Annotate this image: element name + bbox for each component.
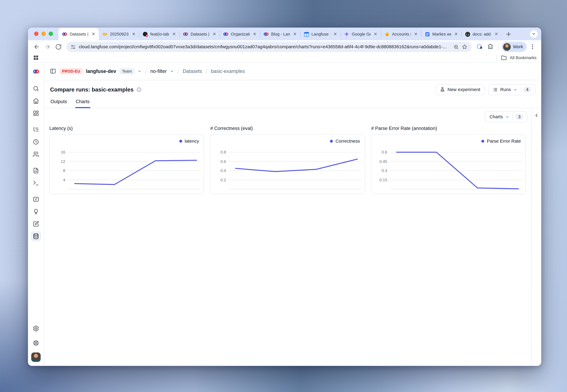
forward-button[interactable] xyxy=(43,42,53,52)
close-tab-icon[interactable]: ✕ xyxy=(373,31,378,37)
legend-label: Parse Error Rate xyxy=(487,139,521,144)
chart-title: Latency (s) xyxy=(49,126,204,131)
sidebar-item-tracing[interactable] xyxy=(31,125,41,135)
github-favicon xyxy=(465,31,470,37)
url-text[interactable]: cloud.langfuse.com/project/cmfwgv8fx002o… xyxy=(79,44,451,49)
project-name[interactable]: no-filter xyxy=(150,68,167,74)
tab-outputs[interactable]: Outputs xyxy=(51,96,67,108)
address-bar[interactable]: cloud.langfuse.com/project/cmfwgv8fx002o… xyxy=(66,42,471,52)
app-main: PROD-EU langfuse-dev Team / no-filter / … xyxy=(44,62,541,366)
button-divider xyxy=(520,87,521,93)
sidebar-item-annotation-queues[interactable] xyxy=(31,219,41,229)
chart-card[interactable]: 0.150.30.450.6Parse Error Rate xyxy=(371,134,526,194)
sidebar-item-datasets[interactable] xyxy=(31,231,41,241)
browser-tab[interactable]: Datasets | L✕ xyxy=(179,28,220,40)
browser-tab[interactable]: Accounts |✕ xyxy=(381,28,421,40)
bookmark-star-icon[interactable] xyxy=(462,44,468,50)
zoom-page-icon[interactable] xyxy=(454,44,459,50)
notes-favicon xyxy=(424,31,430,37)
close-tab-icon[interactable]: ✕ xyxy=(212,31,217,37)
minimize-window-button[interactable] xyxy=(42,32,46,36)
browser-tab[interactable]: 6Langfuse -✕ xyxy=(300,28,340,40)
browser-tab[interactable]: Google Gen✕ xyxy=(340,28,381,40)
browser-tab[interactable]: Blog - Lang✕ xyxy=(260,28,300,40)
langfuse-logo[interactable] xyxy=(28,62,44,80)
svg-text:0.15: 0.15 xyxy=(379,178,387,182)
new-experiment-button[interactable]: New experiment xyxy=(436,84,485,95)
legend-dot xyxy=(330,140,333,143)
browser-menu-button[interactable] xyxy=(527,42,538,52)
chevron-left-icon[interactable] xyxy=(534,113,539,366)
plan-badge: Team xyxy=(119,68,134,74)
list-icon xyxy=(493,87,498,92)
collapse-panel-rail xyxy=(531,108,541,366)
org-chevron-down-icon[interactable] xyxy=(138,69,142,73)
chart-card[interactable]: 481216latency xyxy=(49,134,204,194)
close-tab-icon[interactable]: ✕ xyxy=(131,31,136,37)
tab-search-chevron-icon[interactable] xyxy=(530,30,538,38)
legend-label: Correctness xyxy=(336,139,360,144)
sidebar-item-prompts[interactable] xyxy=(31,166,41,176)
profile-avatar xyxy=(503,43,511,51)
svg-text:0.8: 0.8 xyxy=(221,150,226,154)
sidebar-item-home[interactable] xyxy=(31,96,41,106)
chart-block: # Parse Error Rate (annotation)0.150.30.… xyxy=(371,126,526,194)
tab-charts[interactable]: Charts xyxy=(76,96,90,108)
window-controls xyxy=(34,32,53,36)
support-lifebuoy-icon[interactable] xyxy=(31,338,41,348)
sidebar-item-dashboards[interactable] xyxy=(31,108,41,118)
legend-label: latency xyxy=(185,139,199,144)
sidebar-item-sessions[interactable] xyxy=(31,137,41,147)
close-tab-icon[interactable]: ✕ xyxy=(292,31,298,37)
back-button[interactable] xyxy=(32,42,42,52)
site-settings-icon[interactable] xyxy=(70,44,76,50)
close-tab-icon[interactable]: ✕ xyxy=(252,31,257,37)
breadcrumb-dataset-name[interactable]: basic-examples xyxy=(211,68,245,74)
breadcrumb-datasets-link[interactable]: Datasets xyxy=(183,68,202,74)
apps-grid-icon[interactable] xyxy=(33,55,39,61)
svg-text:4: 4 xyxy=(63,178,65,182)
sidebar-item-search[interactable] xyxy=(31,84,41,94)
browser-tab[interactable]: docs: add✕ xyxy=(461,28,502,40)
browser-tab[interactable]: Datasets | L✕ xyxy=(58,28,99,40)
extensions-icon[interactable] xyxy=(485,42,496,52)
close-tab-icon[interactable]: ✕ xyxy=(91,31,96,37)
sidebar-item-playground[interactable] xyxy=(31,178,41,188)
charts-filter-button[interactable]: Charts 3 xyxy=(485,112,527,122)
close-tab-icon[interactable]: ✕ xyxy=(333,31,338,37)
all-bookmarks-label[interactable]: All Bookmarks xyxy=(510,56,537,60)
close-tab-icon[interactable]: ✕ xyxy=(454,31,459,37)
chart-card[interactable]: 0.20.40.60.8Correctness xyxy=(210,134,365,194)
new-tab-button[interactable] xyxy=(504,29,513,39)
org-name[interactable]: langfuse-dev xyxy=(86,68,116,74)
close-tab-icon[interactable]: ✕ xyxy=(494,31,499,37)
settings-gear-icon[interactable] xyxy=(31,323,41,334)
sidebar-item-evaluators[interactable] xyxy=(31,207,41,217)
browser-tab[interactable]: feat(io-tab✕ xyxy=(139,28,179,40)
close-tab-icon[interactable]: ✕ xyxy=(171,31,177,37)
close-window-button[interactable] xyxy=(34,32,39,36)
charts-count-badge: 3 xyxy=(516,114,523,120)
runs-chevron-down-icon xyxy=(513,88,517,92)
sidebar-toggle-icon[interactable] xyxy=(50,68,56,74)
user-avatar[interactable] xyxy=(31,352,41,362)
langfuse-favicon xyxy=(263,31,269,37)
tab-title: Blog - Lang xyxy=(271,32,290,36)
svg-text:0.6: 0.6 xyxy=(221,159,226,164)
profile-chip[interactable]: Work xyxy=(502,42,527,52)
browser-tab[interactable]: Organizatio✕ xyxy=(220,28,260,40)
project-chevron-down-icon[interactable] xyxy=(170,69,174,73)
sidebar-item-scores[interactable] xyxy=(31,194,41,204)
runs-button[interactable]: Runs 4 xyxy=(488,84,535,95)
sidebar-item-users[interactable] xyxy=(31,149,41,159)
close-tab-icon[interactable]: ✕ xyxy=(413,31,419,37)
svg-text:0.45: 0.45 xyxy=(379,159,387,164)
reload-button[interactable] xyxy=(53,42,64,52)
info-icon[interactable] xyxy=(136,87,142,92)
page-header: Compare runs: basic-examples New experim… xyxy=(44,80,541,96)
privacy-badge-icon[interactable] xyxy=(475,42,485,52)
browser-tab[interactable]: Marlies we✕ xyxy=(421,28,461,40)
zoom-window-button[interactable] xyxy=(49,32,53,36)
tab-title: Datasets | L xyxy=(191,32,210,36)
browser-tab[interactable]: 20250923✕ xyxy=(99,28,139,40)
